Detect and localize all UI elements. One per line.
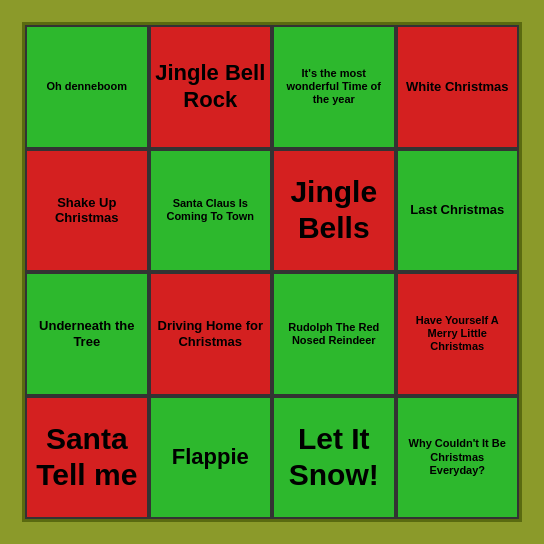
cell-r1c1[interactable]: Santa Claus Is Coming To Town [149,149,273,273]
cell-r3c1[interactable]: Flappie [149,396,273,520]
cell-r3c3[interactable]: Why Couldn't It Be Christmas Everyday? [396,396,520,520]
cell-r1c3[interactable]: Last Christmas [396,149,520,273]
cell-r3c2[interactable]: Let It Snow! [272,396,396,520]
cell-r0c0[interactable]: Oh denneboom [25,25,149,149]
cell-r2c0[interactable]: Underneath the Tree [25,272,149,396]
bingo-board: Oh denneboomJingle Bell RockIt's the mos… [22,22,522,522]
cell-r0c3[interactable]: White Christmas [396,25,520,149]
cell-r2c1[interactable]: Driving Home for Christmas [149,272,273,396]
cell-r1c0[interactable]: Shake Up Christmas [25,149,149,273]
cell-r2c2[interactable]: Rudolph The Red Nosed Reindeer [272,272,396,396]
cell-r0c2[interactable]: It's the most wonderful Time of the year [272,25,396,149]
cell-r2c3[interactable]: Have Yourself A Merry Little Christmas [396,272,520,396]
cell-r0c1[interactable]: Jingle Bell Rock [149,25,273,149]
cell-r3c0[interactable]: Santa Tell me [25,396,149,520]
cell-r1c2[interactable]: Jingle Bells [272,149,396,273]
